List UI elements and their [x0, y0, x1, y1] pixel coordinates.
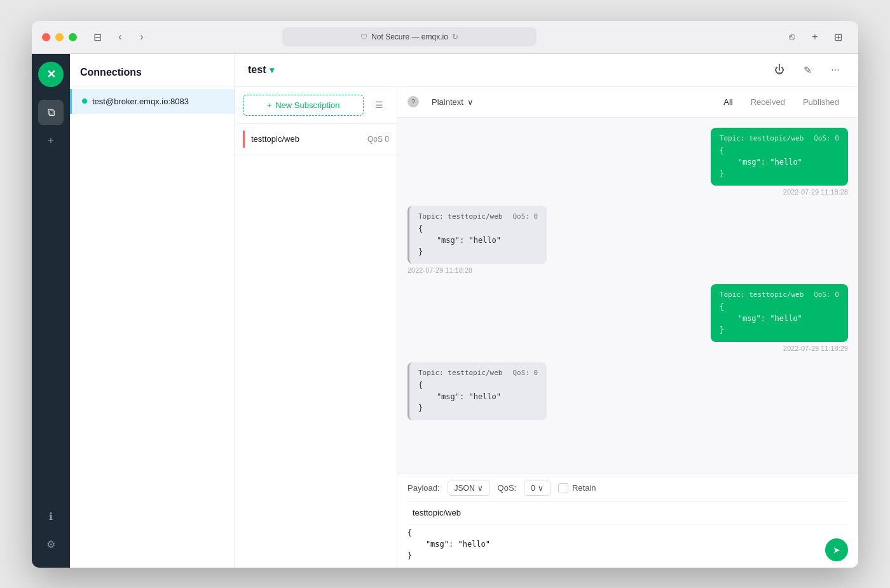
- retain-option[interactable]: Retain: [558, 483, 596, 493]
- question-mark: ?: [411, 98, 415, 106]
- new-subscription-button[interactable]: + New Subscription: [243, 95, 364, 116]
- send-button[interactable]: ➤: [825, 538, 848, 561]
- input-divider: [407, 501, 848, 502]
- qos-select[interactable]: 0 ∨: [524, 481, 551, 496]
- sent-timestamp-1: 2022-07-29 11:18:28: [711, 188, 848, 196]
- sent-header-2: Topic: testtopic/web QoS: 0: [720, 291, 839, 299]
- message-sent-1: Topic: testtopic/web QoS: 0 { "msg": "he…: [711, 128, 848, 196]
- subscription-color-bar: [243, 130, 245, 148]
- received-bubble-1: Topic: testtopic/web QoS: 0 { "msg": "he…: [407, 206, 547, 264]
- sidebar-item-settings[interactable]: ⚙: [38, 532, 64, 557]
- connections-icon: ⧉: [48, 107, 55, 118]
- sent-bubble-1: Topic: testtopic/web QoS: 0 { "msg": "he…: [711, 128, 848, 186]
- sent-topic-1: Topic: testtopic/web: [720, 134, 804, 142]
- new-subscription-label: New Subscription: [275, 100, 339, 110]
- split-content: + New Subscription ☰ testtopic/web QoS 0: [235, 87, 858, 568]
- message-received-2: Topic: testtopic/web QoS: 0 { "msg": "he…: [407, 362, 547, 420]
- topic-input[interactable]: [407, 504, 848, 521]
- received-qos-1: QoS: 0: [512, 212, 538, 221]
- sent-qos-1: QoS: 0: [814, 134, 839, 142]
- payload-format-select[interactable]: JSON ∨: [448, 481, 490, 496]
- qos-label: QoS:: [498, 483, 517, 493]
- received-body-1: { "msg": "hello" }: [418, 223, 538, 257]
- traffic-lights: [42, 33, 77, 41]
- sent-topic-2: Topic: testtopic/web: [720, 291, 804, 299]
- plaintext-dropdown[interactable]: Plaintext ∨: [427, 95, 479, 109]
- connection-status-dot: [82, 99, 87, 104]
- sent-timestamp-2: 2022-07-29 11:18:29: [711, 345, 848, 352]
- message-filter-tabs: All Received Published: [715, 93, 848, 111]
- connection-title-text: test: [248, 64, 266, 76]
- payload-format-value: JSON: [455, 484, 475, 493]
- fullscreen-button[interactable]: [69, 33, 77, 41]
- retain-label: Retain: [572, 483, 596, 493]
- payload-input[interactable]: { "msg": "hello" }: [407, 527, 848, 561]
- forward-button[interactable]: ›: [132, 28, 152, 46]
- received-topic-1: Topic: testtopic/web: [418, 212, 502, 221]
- url-text: Not Secure — emqx.io: [371, 32, 448, 41]
- tab-published[interactable]: Published: [794, 93, 848, 111]
- content-title: test ▾: [248, 64, 274, 76]
- sent-header-1: Topic: testtopic/web QoS: 0: [720, 134, 839, 142]
- main-layout: ✕ ⧉ + ℹ ⚙ Connections test@broker.emqx.i…: [32, 54, 858, 568]
- received-bubble-2: Topic: testtopic/web QoS: 0 { "msg": "he…: [407, 362, 547, 420]
- sidebar-item-add[interactable]: +: [38, 128, 64, 153]
- content-header: test ▾ ⏻ ✎ ···: [235, 54, 858, 87]
- address-bar[interactable]: 🛡 Not Secure — emqx.io ↻: [282, 27, 537, 46]
- close-button[interactable]: [42, 33, 50, 41]
- sidebar-item-info[interactable]: ℹ: [38, 504, 64, 530]
- app-logo[interactable]: ✕: [38, 62, 64, 87]
- messages-header: ? Plaintext ∨ All Received Published: [397, 87, 858, 118]
- plaintext-label: Plaintext: [432, 97, 463, 107]
- grid-button[interactable]: ⊞: [828, 28, 848, 46]
- subscription-item[interactable]: testtopic/web QoS 0: [235, 124, 397, 155]
- refresh-icon[interactable]: ↻: [452, 32, 458, 41]
- header-actions: ⏻ ✎ ···: [769, 60, 846, 80]
- back-button[interactable]: ‹: [110, 28, 130, 46]
- received-topic-2: Topic: testtopic/web: [418, 369, 502, 377]
- sent-body-2: { "msg": "hello" }: [720, 301, 839, 336]
- subscription-topic: testtopic/web: [251, 134, 367, 144]
- settings-icon: ⚙: [46, 538, 55, 550]
- tab-received[interactable]: Received: [742, 93, 794, 111]
- logo-icon: ✕: [46, 67, 56, 81]
- message-sent-2: Topic: testtopic/web QoS: 0 { "msg": "he…: [711, 284, 848, 352]
- send-icon: ➤: [833, 545, 840, 555]
- content-area: test ▾ ⏻ ✎ ··· + New Subscription: [235, 54, 858, 568]
- filter-icon: ☰: [375, 100, 383, 110]
- nav-buttons: ‹ ›: [110, 28, 152, 46]
- payload-label: Payload:: [407, 483, 440, 493]
- help-icon: ?: [407, 96, 419, 107]
- received-timestamp-1: 2022-07-29 11:18:28: [407, 266, 547, 274]
- titlebar-right-actions: ⎋ + ⊞: [782, 28, 848, 46]
- sidebar-toggle-button[interactable]: ⊟: [87, 28, 107, 46]
- received-header-2: Topic: testtopic/web QoS: 0: [418, 369, 538, 377]
- more-options-button[interactable]: ···: [825, 60, 846, 80]
- sent-body-1: { "msg": "hello" }: [720, 145, 839, 179]
- messages-pane: ? Plaintext ∨ All Received Published: [397, 87, 858, 568]
- app-window: ⊟ ‹ › 🛡 Not Secure — emqx.io ↻ ⎋ + ⊞ ✕ ⧉: [32, 21, 858, 568]
- connection-item[interactable]: test@broker.emqx.io:8083: [70, 89, 235, 114]
- new-tab-button[interactable]: +: [805, 28, 825, 46]
- title-dropdown-icon[interactable]: ▾: [270, 65, 274, 75]
- titlebar: ⊟ ‹ › 🛡 Not Secure — emqx.io ↻ ⎋ + ⊞: [32, 21, 858, 54]
- sidebar-nav: ✕ ⧉ + ℹ ⚙: [32, 54, 70, 568]
- qos-value: 0: [531, 484, 535, 493]
- minimize-button[interactable]: [55, 33, 64, 41]
- edit-button[interactable]: ✎: [797, 60, 818, 80]
- share-button[interactable]: ⎋: [782, 28, 802, 46]
- filter-button[interactable]: ☰: [369, 95, 389, 115]
- subscriptions-pane: + New Subscription ☰ testtopic/web QoS 0: [235, 87, 397, 568]
- message-received-1: Topic: testtopic/web QoS: 0 { "msg": "he…: [407, 206, 547, 274]
- plus-icon: +: [267, 100, 272, 110]
- sidebar-item-connections[interactable]: ⧉: [38, 100, 64, 125]
- sent-bubble-2: Topic: testtopic/web QoS: 0 { "msg": "he…: [711, 284, 848, 342]
- input-controls: Payload: JSON ∨ QoS: 0 ∨: [407, 481, 848, 496]
- power-button[interactable]: ⏻: [769, 60, 790, 80]
- retain-checkbox[interactable]: [558, 483, 568, 493]
- input-divider-2: [407, 524, 848, 524]
- security-icon: 🛡: [360, 33, 367, 41]
- tab-all[interactable]: All: [715, 93, 741, 111]
- plaintext-dropdown-icon: ∨: [467, 97, 474, 107]
- add-icon: +: [48, 135, 53, 146]
